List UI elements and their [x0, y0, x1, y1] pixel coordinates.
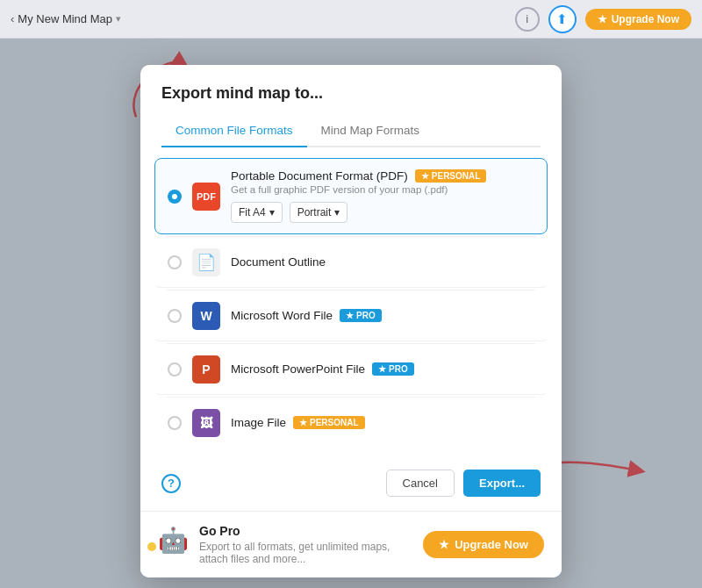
robot-container: 🤖: [158, 526, 189, 563]
doc-outline-icon: 📄: [192, 248, 220, 276]
help-icon-label: ?: [168, 477, 175, 490]
upgrade-star-icon: ★: [598, 13, 607, 25]
upgrade-now-label: Upgrade Now: [455, 538, 528, 551]
pdf-icon: PDF: [192, 183, 220, 211]
modal-title: Export mind map to...: [161, 84, 541, 103]
format-list: PDF Portable Document Format (PDF) ★ PER…: [140, 147, 562, 461]
doc-outline-name-row: Document Outline: [231, 255, 534, 269]
image-name: Image File: [231, 416, 286, 429]
ppt-badge-label: PRO: [389, 364, 408, 374]
word-info: Microsoft Word File ★ PRO: [231, 309, 534, 324]
format-item-image[interactable]: 🖼 Image File ★ PERSONAL: [154, 398, 548, 448]
radio-doc-outline[interactable]: [168, 255, 182, 269]
topbar-actions: i ⬆ ★ Upgrade Now: [515, 5, 691, 33]
robot-icon: 🤖: [158, 527, 189, 554]
modal-tabs: Common File Formats Mind Map Formats: [161, 117, 541, 147]
ppt-info: Microsoft PowerPoint File ★ PRO: [231, 362, 534, 377]
go-pro-title: Go Pro: [199, 524, 412, 538]
doc-outline-name: Document Outline: [231, 255, 326, 269]
orientation-select[interactable]: Portrait ▾: [290, 202, 348, 223]
radio-word[interactable]: [168, 309, 182, 323]
canvas-area: Export mind map to... Common File Format…: [0, 39, 702, 588]
ppt-name: Microsoft PowerPoint File: [231, 362, 365, 376]
pdf-name: Portable Document Format (PDF): [231, 169, 408, 183]
radio-ppt[interactable]: [168, 362, 182, 376]
ppt-name-row: Microsoft PowerPoint File ★ PRO: [231, 362, 534, 376]
ppt-icon: P: [192, 355, 220, 384]
upgrade-label: Upgrade Now: [612, 13, 679, 25]
ppt-badge: ★ PRO: [372, 362, 414, 376]
upload-icon: ⬆: [556, 11, 568, 27]
robot-light: [147, 542, 156, 551]
modal-overlay: Export mind map to... Common File Format…: [0, 39, 702, 588]
upgrade-button[interactable]: ★ Upgrade Now: [585, 9, 691, 30]
image-badge-label: PERSONAL: [310, 418, 359, 427]
topbar: ‹ My New Mind Map ▾ i ⬆ ★ Upgrade Now: [0, 0, 702, 39]
image-icon: 🖼: [192, 409, 220, 437]
format-item-pdf[interactable]: PDF Portable Document Format (PDF) ★ PER…: [154, 158, 548, 234]
word-name-row: Microsoft Word File ★ PRO: [231, 309, 534, 322]
back-arrow: ‹: [11, 12, 14, 25]
cancel-button[interactable]: Cancel: [386, 470, 455, 497]
help-button[interactable]: ?: [161, 474, 181, 493]
info-icon: i: [526, 12, 528, 25]
radio-pdf[interactable]: [168, 190, 182, 204]
modal-footer: ? Cancel Export...: [140, 461, 562, 511]
page-size-label: Fit A4: [239, 206, 266, 219]
back-button[interactable]: ‹ My New Mind Map ▾: [11, 12, 121, 25]
word-icon: W: [192, 302, 220, 330]
format-item-ppt[interactable]: P Microsoft PowerPoint File ★ PRO: [154, 344, 548, 395]
export-modal: Export mind map to... Common File Format…: [140, 65, 562, 577]
pdf-badge: ★ PERSONAL: [415, 169, 487, 183]
upgrade-now-button[interactable]: ★ Upgrade Now: [423, 531, 544, 558]
go-pro-text: Go Pro Export to all formats, get unlimi…: [199, 524, 412, 565]
word-badge-star: ★: [346, 311, 354, 320]
document-title: My New Mind Map: [18, 12, 112, 25]
badge-label: PERSONAL: [432, 171, 481, 181]
pdf-name-row: Portable Document Format (PDF) ★ PERSONA…: [231, 169, 534, 183]
orientation-label: Portrait: [297, 206, 332, 219]
image-name-row: Image File ★ PERSONAL: [231, 416, 534, 429]
tab-common-formats[interactable]: Common File Formats: [161, 117, 307, 147]
image-badge-star: ★: [299, 418, 307, 427]
format-item-doc-outline[interactable]: 📄 Document Outline: [154, 237, 548, 288]
page-size-arrow: ▾: [269, 206, 275, 219]
page-size-select[interactable]: Fit A4 ▾: [231, 202, 283, 223]
tab-mind-map-formats[interactable]: Mind Map Formats: [307, 117, 434, 147]
doc-outline-info: Document Outline: [231, 255, 534, 270]
format-item-word[interactable]: W Microsoft Word File ★ PRO: [154, 290, 548, 341]
footer-buttons: Cancel Export...: [386, 470, 541, 497]
go-pro-banner: 🤖 Go Pro Export to all formats, get unli…: [140, 511, 562, 577]
image-info: Image File ★ PERSONAL: [231, 416, 534, 431]
ppt-badge-star: ★: [378, 364, 386, 374]
upgrade-now-star-icon: ★: [439, 538, 449, 551]
upload-button[interactable]: ⬆: [548, 5, 577, 33]
title-chevron-icon: ▾: [116, 13, 121, 25]
pdf-info: Portable Document Format (PDF) ★ PERSONA…: [231, 169, 534, 223]
pdf-sub-options: Fit A4 ▾ Portrait ▾: [231, 202, 534, 223]
orientation-arrow: ▾: [334, 206, 340, 219]
badge-star-icon: ★: [421, 171, 429, 181]
word-name: Microsoft Word File: [231, 309, 333, 322]
radio-image[interactable]: [168, 416, 182, 430]
image-badge: ★ PERSONAL: [293, 416, 365, 429]
word-badge-label: PRO: [356, 311, 376, 320]
modal-header: Export mind map to... Common File Format…: [140, 65, 562, 147]
pdf-desc: Get a full graphic PDF version of your m…: [231, 184, 534, 195]
info-button[interactable]: i: [515, 7, 540, 32]
word-badge: ★ PRO: [340, 309, 382, 322]
go-pro-desc: Export to all formats, get unlimited map…: [199, 541, 412, 565]
export-button[interactable]: Export...: [463, 470, 541, 497]
